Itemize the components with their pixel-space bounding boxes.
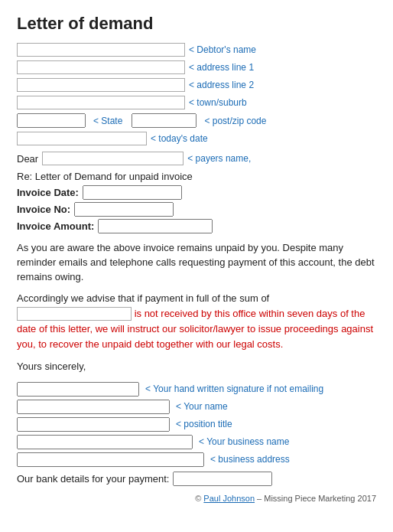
address2-label: < address line 2 (189, 80, 254, 90)
address2-row: < address line 2 (17, 78, 376, 92)
biz-address-input[interactable] (17, 452, 204, 467)
debtor-name-input[interactable] (17, 43, 185, 57)
para2-pre: Accordingly we advise that if payment in… (17, 292, 269, 304)
dear-prefix: Dear (17, 153, 38, 165)
date-label: < today's date (151, 133, 208, 144)
address1-input[interactable] (17, 60, 185, 74)
footer: © Paul Johnson – Missing Piece Marketing… (17, 494, 376, 503)
town-label: < town/suburb (189, 97, 247, 108)
invoice-date-row: Invoice Date: (17, 185, 376, 200)
biz-name-row: < Your business name (17, 435, 376, 449)
page-title: Letter of demand (17, 14, 376, 34)
address1-label: < address line 1 (189, 62, 254, 73)
payers-label: < payers name, (187, 153, 251, 164)
position-input[interactable] (17, 417, 170, 432)
sum-input[interactable] (17, 307, 132, 321)
yours-sincerely: Yours sincerely, (17, 360, 376, 374)
state-zip-row: < State < post/zip code (17, 113, 376, 128)
bank-input[interactable] (173, 472, 272, 486)
position-row: < position title (17, 417, 376, 432)
debtor-name-row: < Debtor's name (17, 43, 376, 57)
footer-link[interactable]: Paul Johnson (203, 494, 255, 503)
your-name-label: < Your name (176, 401, 228, 412)
biz-name-label: < Your business name (199, 436, 289, 447)
invoice-no-row: Invoice No: (17, 202, 376, 217)
town-row: < town/suburb (17, 96, 376, 109)
debtor-name-label: < Debtor's name (189, 44, 256, 55)
state-label: < State (93, 116, 122, 126)
zip-input[interactable] (132, 113, 196, 128)
biz-address-label: < business address (210, 454, 290, 465)
bank-row: Our bank details for your payment: (17, 472, 376, 486)
sig-row: < Your hand written signature if not ema… (17, 382, 376, 397)
payers-name-input[interactable] (42, 152, 184, 165)
dear-row: Dear < payers name, (17, 152, 376, 165)
invoice-amount-label: Invoice Amount: (17, 220, 94, 232)
address2-input[interactable] (17, 78, 185, 92)
address1-row: < address line 1 (17, 60, 376, 74)
invoice-amount-row: Invoice Amount: (17, 219, 376, 233)
sig-label: < Your hand written signature if not ema… (145, 383, 323, 394)
body-para2: Accordingly we advise that if payment in… (17, 291, 376, 353)
invoice-no-input[interactable] (74, 202, 174, 217)
biz-address-row: < business address (17, 452, 376, 467)
body-para1: As you are aware the above invoice remai… (17, 241, 376, 285)
signature-section: < Your hand written signature if not ema… (17, 382, 376, 467)
bank-label: Our bank details for your payment: (17, 473, 169, 485)
invoice-date-label: Invoice Date: (17, 187, 79, 198)
biz-name-input[interactable] (17, 435, 193, 449)
footer-text: – Missing Piece Marketing 2017 (255, 494, 376, 503)
re-line: Re: Letter of Demand for unpaid invoice (17, 171, 376, 182)
sig-input[interactable] (17, 382, 139, 397)
position-label: < position title (176, 419, 232, 429)
state-input[interactable] (17, 113, 86, 128)
invoice-date-input[interactable] (83, 185, 182, 200)
postzip-label: < post/zip code (204, 116, 266, 126)
your-name-row: < Your name (17, 400, 376, 414)
invoice-no-label: Invoice No: (17, 204, 70, 215)
town-input[interactable] (17, 96, 185, 109)
your-name-input[interactable] (17, 400, 170, 414)
invoice-amount-input[interactable] (98, 219, 213, 233)
date-input[interactable] (17, 132, 147, 145)
date-row: < today's date (17, 132, 376, 145)
